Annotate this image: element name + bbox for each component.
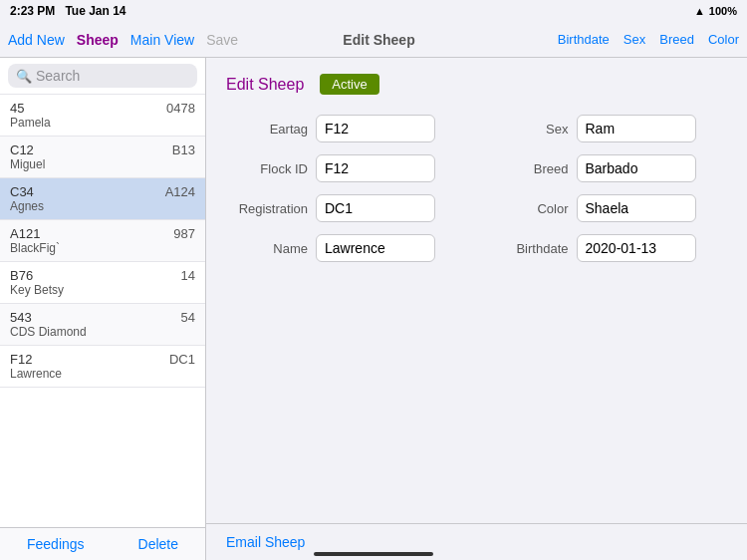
main-view-button[interactable]: Main View — [130, 32, 194, 48]
name-label: Name — [226, 241, 308, 256]
content-area: Edit Sheep Active Eartag Sex Flock ID — [206, 58, 747, 560]
list-item[interactable]: C34 Agnes A124 — [0, 178, 205, 220]
color-filter[interactable]: Color — [708, 32, 739, 47]
list-item[interactable]: 45 Pamela 0478 — [0, 95, 205, 137]
search-input-wrap[interactable]: 🔍 — [8, 64, 197, 88]
name-row: Name — [226, 234, 467, 262]
save-button[interactable]: Save — [206, 32, 238, 48]
name-input[interactable] — [316, 234, 435, 262]
sheep-name: Pamela — [10, 116, 51, 130]
feedings-button[interactable]: Feedings — [27, 536, 85, 552]
status-time-date: 2:23 PM Tue Jan 14 — [10, 4, 126, 18]
sheep-button[interactable]: Sheep — [77, 32, 119, 48]
battery-label: 100% — [709, 5, 737, 17]
content-footer: Email Sheep — [206, 523, 747, 560]
sheep-id: B76 — [10, 268, 64, 283]
nav-left: Add New Sheep Main View Save — [8, 32, 238, 48]
add-new-button[interactable]: Add New — [8, 32, 65, 48]
birthdate-filter[interactable]: Birthdate — [558, 32, 610, 47]
status-bar: 2:23 PM Tue Jan 14 ▲ 100% — [0, 0, 747, 22]
birthdate-row: Birthdate — [487, 234, 728, 262]
sidebar: 🔍 45 Pamela 0478 C12 Miguel B13 C34 Agne… — [0, 58, 206, 560]
registration-label: Registration — [226, 201, 308, 216]
status-date: Tue Jan 14 — [65, 4, 125, 18]
list-item[interactable]: C12 Miguel B13 — [0, 137, 205, 178]
list-item[interactable]: F12 Lawrence DC1 — [0, 346, 205, 388]
sheep-info: 543 CDS Diamond — [10, 310, 87, 339]
breed-filter[interactable]: Breed — [659, 32, 694, 47]
sheep-name: Lawrence — [10, 367, 62, 381]
birthdate-label: Birthdate — [487, 241, 569, 256]
sheep-id: A121 — [10, 226, 60, 241]
sex-row: Sex — [487, 115, 728, 142]
birthdate-input[interactable] — [577, 234, 696, 262]
registration-input[interactable] — [316, 194, 435, 222]
color-label: Color — [487, 201, 569, 216]
sheep-name: Agnes — [10, 199, 44, 213]
search-bar: 🔍 — [0, 58, 205, 95]
sheep-id: F12 — [10, 352, 62, 367]
home-indicator — [314, 552, 433, 556]
wifi-icon: ▲ — [694, 5, 705, 17]
sheep-id: C12 — [10, 142, 45, 157]
sheep-id: 543 — [10, 310, 87, 325]
sidebar-footer: Feedings Delete — [0, 527, 205, 560]
sex-input[interactable] — [577, 115, 696, 142]
active-badge: Active — [320, 74, 378, 95]
sheep-id: C34 — [10, 184, 44, 199]
search-icon: 🔍 — [16, 69, 32, 84]
nav-bar: Add New Sheep Main View Save Edit Sheep … — [0, 22, 747, 58]
eartag-row: Eartag — [226, 115, 467, 142]
eartag-input[interactable] — [316, 115, 435, 142]
registration-row: Registration — [226, 194, 467, 222]
sheep-info: C34 Agnes — [10, 184, 44, 213]
delete-button[interactable]: Delete — [138, 536, 178, 552]
sheep-tag: 54 — [181, 310, 195, 325]
sex-label: Sex — [487, 122, 569, 137]
sheep-name: CDS Diamond — [10, 325, 87, 339]
main-layout: 🔍 45 Pamela 0478 C12 Miguel B13 C34 Agne… — [0, 58, 747, 560]
sheep-name: Miguel — [10, 157, 45, 171]
edit-header: Edit Sheep Active — [226, 74, 727, 95]
list-item[interactable]: A121 BlackFig` 987 — [0, 220, 205, 262]
flock-id-label: Flock ID — [226, 161, 308, 176]
flock-id-input[interactable] — [316, 154, 435, 182]
list-item[interactable]: B76 Key Betsy 14 — [0, 262, 205, 304]
sheep-name: BlackFig` — [10, 241, 60, 255]
sheep-tag: DC1 — [169, 352, 195, 367]
sheep-tag: 987 — [173, 226, 195, 241]
sheep-name: Key Betsy — [10, 283, 64, 297]
nav-title: Edit Sheep — [238, 32, 520, 48]
flock-id-row: Flock ID — [226, 154, 467, 182]
sheep-tag: 14 — [181, 268, 195, 283]
sheep-tag: A124 — [165, 184, 195, 199]
email-sheep-button[interactable]: Email Sheep — [226, 534, 305, 550]
sheep-list: 45 Pamela 0478 C12 Miguel B13 C34 Agnes … — [0, 95, 205, 527]
sheep-info: F12 Lawrence — [10, 352, 62, 381]
sex-filter[interactable]: Sex — [623, 32, 645, 47]
status-indicators: ▲ 100% — [694, 5, 737, 17]
breed-label: Breed — [487, 161, 569, 176]
eartag-label: Eartag — [226, 122, 308, 137]
edit-sheep-label: Edit Sheep — [226, 76, 304, 94]
color-row: Color — [487, 194, 728, 222]
breed-row: Breed — [487, 154, 728, 182]
sheep-info: C12 Miguel — [10, 142, 45, 171]
nav-edit-sheep-title: Edit Sheep — [343, 32, 414, 48]
sheep-tag: B13 — [172, 142, 195, 157]
breed-input[interactable] — [577, 154, 696, 182]
sheep-info: 45 Pamela — [10, 101, 51, 130]
sheep-info: A121 BlackFig` — [10, 226, 60, 255]
search-input[interactable] — [36, 68, 189, 84]
nav-right: Birthdate Sex Breed Color — [520, 32, 739, 47]
form-grid: Eartag Sex Flock ID Breed — [226, 115, 727, 262]
list-item[interactable]: 543 CDS Diamond 54 — [0, 304, 205, 346]
sheep-id: 45 — [10, 101, 51, 116]
sheep-info: B76 Key Betsy — [10, 268, 64, 297]
color-input[interactable] — [577, 194, 696, 222]
content-main: Edit Sheep Active Eartag Sex Flock ID — [206, 58, 747, 523]
status-time: 2:23 PM — [10, 4, 55, 18]
sheep-tag: 0478 — [166, 101, 195, 116]
